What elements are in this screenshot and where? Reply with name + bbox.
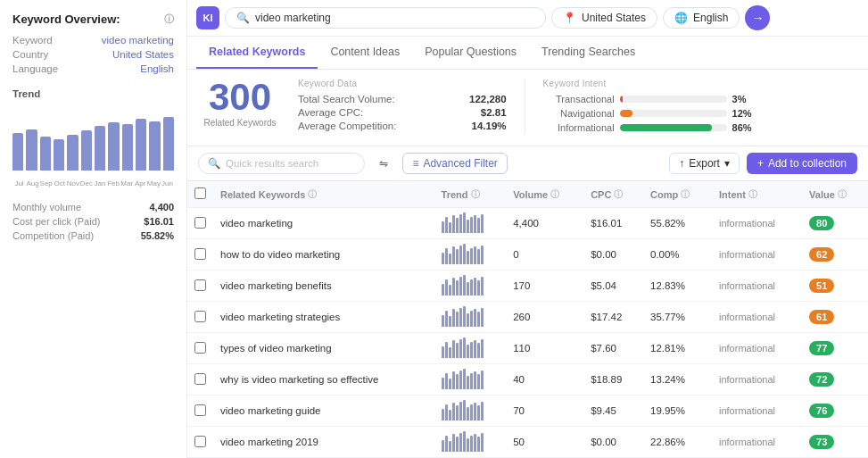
row-checkbox-cell <box>187 427 213 458</box>
mini-trend-chart <box>442 245 500 264</box>
row-checkbox-cell <box>187 333 213 364</box>
tab-related-keywords[interactable]: Related Keywords <box>196 37 318 69</box>
table-row: video marketing strategies 260 $17.42 35… <box>187 302 868 333</box>
intent-label: Informational <box>543 122 615 133</box>
mini-bar <box>456 343 459 358</box>
value-badge: 51 <box>809 279 834 293</box>
intent-label: Transactional <box>543 94 615 104</box>
row-checkbox[interactable] <box>194 248 206 260</box>
export-button[interactable]: ↑ Export ▾ <box>669 153 740 174</box>
intent-bar <box>620 110 632 117</box>
trend-month-label: Dec <box>79 179 93 187</box>
mini-bar <box>481 339 484 358</box>
intent-text: informational <box>719 405 775 416</box>
th-comp-info-icon[interactable]: ⓘ <box>681 188 690 201</box>
mini-bar <box>449 254 451 264</box>
value-badge: 73 <box>809 435 834 449</box>
mini-bar <box>474 215 476 233</box>
row-intent: informational <box>712 302 802 333</box>
th-value-info-icon[interactable]: ⓘ <box>838 188 847 201</box>
th-vol-info-icon[interactable]: ⓘ <box>550 188 559 201</box>
row-checkbox[interactable] <box>194 311 206 322</box>
row-checkbox[interactable] <box>194 342 206 354</box>
sidebar-row-value: video marketing <box>102 35 174 46</box>
select-all-checkbox[interactable] <box>194 187 206 199</box>
th-rk-info-icon[interactable]: ⓘ <box>308 188 317 201</box>
table-search[interactable]: 🔍 Quick results search <box>198 153 365 174</box>
trend-bar <box>149 121 160 171</box>
kw-data-stats: Keyword Data Total Search Volume: 122,28… <box>298 79 525 134</box>
value-badge: 72 <box>809 372 834 387</box>
th-comp: Comp ⓘ <box>643 181 712 208</box>
filter-sort-button[interactable]: ⇋ <box>372 154 395 173</box>
mini-bar <box>467 282 469 296</box>
mini-bar <box>470 342 473 358</box>
sidebar-row: Keyword video marketing <box>12 33 174 47</box>
mini-bar <box>477 374 480 389</box>
row-volume: 70 <box>506 396 583 427</box>
row-keyword: video marketing benefits <box>213 271 434 302</box>
row-checkbox[interactable] <box>194 373 206 385</box>
row-checkbox[interactable] <box>194 279 206 291</box>
topbar-language[interactable]: 🌐 English <box>663 7 740 29</box>
mini-bar <box>445 217 448 233</box>
keywords-table: Related Keywords ⓘ Trend ⓘ Volume ⓘ CPC … <box>187 181 868 458</box>
trend-month-label: Aug <box>26 179 39 187</box>
trend-month-label: Jan <box>93 179 106 187</box>
mini-bar <box>456 437 459 452</box>
th-cpc-info-icon[interactable]: ⓘ <box>614 188 623 201</box>
tab-content-ideas[interactable]: Content Ideas <box>318 37 412 69</box>
mini-bar <box>481 277 484 296</box>
mini-trend-chart <box>442 401 500 421</box>
trend-month-label: May <box>147 179 161 187</box>
kw-data-panel: 300 Related Keywords Keyword Data Total … <box>187 70 868 146</box>
trend-bar <box>67 135 78 171</box>
th-trend-info-icon[interactable]: ⓘ <box>471 188 480 201</box>
trend-bar <box>81 130 92 171</box>
mini-bar <box>477 405 480 421</box>
tab-popular-questions[interactable]: Popular Questions <box>412 37 529 69</box>
kw-data-row: Total Search Volume: 122,280 <box>298 94 507 104</box>
row-keyword: video marketing strategies <box>213 302 434 333</box>
th-intent-info-icon[interactable]: ⓘ <box>748 188 757 201</box>
mini-bar <box>459 308 462 327</box>
mini-bar <box>456 218 459 233</box>
mini-bar <box>463 337 466 358</box>
row-checkbox[interactable] <box>194 404 206 416</box>
mini-bar <box>456 312 459 327</box>
stat-value: 55.82% <box>141 230 174 241</box>
kw-count: 300 <box>209 79 271 116</box>
stat-label: Competition (Paid) <box>12 230 94 241</box>
topbar-go-button[interactable]: → <box>745 5 770 30</box>
mini-bar <box>442 221 444 233</box>
sidebar-row-label: Language <box>12 63 58 74</box>
filter-lines-icon: ≡ <box>412 157 418 170</box>
language-icon: 🌐 <box>674 12 688 24</box>
topbar-search[interactable]: 🔍 video marketing <box>225 7 546 29</box>
mini-trend-chart <box>442 276 500 296</box>
add-collection-button[interactable]: + Add to collection <box>747 153 857 174</box>
row-cpc: $9.45 <box>583 396 643 427</box>
row-intent: informational <box>712 208 802 239</box>
topbar-location[interactable]: 📍 United States <box>551 7 657 29</box>
row-checkbox[interactable] <box>194 436 206 447</box>
overview-info-icon[interactable]: ⓘ <box>164 12 174 26</box>
mini-trend-chart <box>442 432 500 452</box>
row-checkbox[interactable] <box>194 217 206 229</box>
mini-bar <box>463 431 466 452</box>
mini-bar <box>470 404 473 421</box>
kw-intent-label: Keyword Intent <box>543 79 856 88</box>
table-row: video marketing guide 70 $9.45 19.95% in… <box>187 396 868 427</box>
mini-bar <box>463 275 466 296</box>
th-checkbox <box>187 181 213 208</box>
stat-value: 4,400 <box>149 202 174 212</box>
trend-bar <box>95 126 105 171</box>
row-volume: 0 <box>506 239 583 271</box>
th-related-keywords: Related Keywords ⓘ <box>213 181 434 208</box>
advanced-filter-label: Advanced Filter <box>423 157 497 170</box>
mini-bar <box>452 278 455 296</box>
kw-data-val: 122,280 <box>469 94 507 104</box>
tab-trending-searches[interactable]: Trending Searches <box>529 37 648 69</box>
kw-data-row: Average Competition: 14.19% <box>298 121 507 131</box>
advanced-filter-button[interactable]: ≡ Advanced Filter <box>402 153 507 174</box>
